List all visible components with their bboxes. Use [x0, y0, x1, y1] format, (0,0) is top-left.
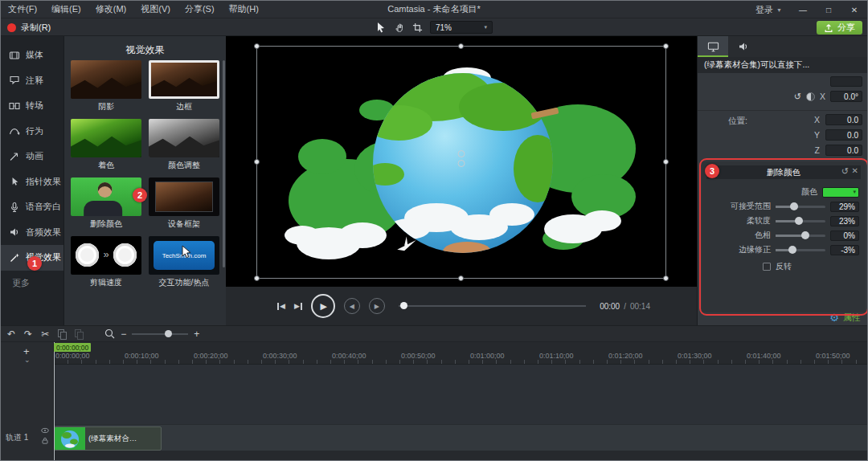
track-lanes[interactable]: (绿幕素材合…	[54, 365, 868, 461]
effect-thumb-color-adjust[interactable]	[149, 119, 219, 157]
softness-slider[interactable]	[776, 220, 825, 222]
timeline-ruler[interactable]: 0:00:00;00 0:00:10;00 0:00:20;00 0:00:30…	[1, 342, 868, 365]
undo-button[interactable]: ↶	[7, 329, 15, 339]
effect-interactive-hotspot[interactable]: TechSmith.com 交互功能/热点	[149, 236, 219, 288]
zoom-in-button[interactable]: +	[194, 329, 199, 339]
crop-tool-icon[interactable]	[412, 22, 423, 33]
defringe-value[interactable]: -3%	[830, 245, 859, 255]
paste-button[interactable]	[75, 329, 83, 339]
effect-device-frame[interactable]: 设备框架	[149, 177, 219, 230]
cursor-tool-icon[interactable]	[375, 22, 387, 33]
effect-thumb-remove-color[interactable]	[71, 177, 141, 216]
resize-handle[interactable]	[458, 43, 464, 49]
selection-bounds[interactable]	[256, 46, 666, 279]
rotation-axis-icon[interactable]	[806, 92, 815, 101]
seek-slider[interactable]	[399, 305, 586, 307]
defringe-slider[interactable]	[776, 249, 825, 251]
hue-slider[interactable]	[776, 235, 825, 237]
effect-thumb-colorize[interactable]	[71, 119, 141, 157]
rotation-handle[interactable]	[458, 160, 465, 167]
timeline-zoom-slider[interactable]	[132, 333, 188, 335]
resize-handle[interactable]	[254, 159, 260, 165]
effect-colorize[interactable]: 着色	[71, 119, 141, 171]
sidebar-item-voice-narration[interactable]: 语音旁白	[1, 194, 63, 220]
sidebar-item-animations[interactable]: 动画	[1, 144, 63, 169]
sidebar-item-cursor-effects[interactable]: 指针效果	[1, 169, 63, 195]
sidebar-item-audio-effects[interactable]: 音频效果	[1, 220, 63, 246]
tolerance-slider[interactable]	[776, 206, 825, 208]
effect-thumb-clip-speed[interactable]: »	[71, 236, 141, 275]
remove-effect-icon[interactable]: ✕	[852, 166, 858, 175]
track-visibility-icon[interactable]	[41, 427, 49, 434]
effect-thumb-shadow[interactable]	[71, 60, 141, 99]
resize-handle[interactable]	[254, 43, 260, 49]
sidebar-item-media[interactable]: 媒体	[1, 43, 63, 68]
zoom-out-button[interactable]: −	[121, 329, 126, 339]
pan-tool-icon[interactable]	[394, 22, 405, 33]
sidebar-item-behaviors[interactable]: 行为	[1, 119, 63, 145]
collapse-tracks-button[interactable]: ⌄	[24, 356, 31, 364]
menu-share[interactable]: 分享(S)	[178, 3, 222, 15]
play-button[interactable]: ▶	[311, 294, 335, 318]
effect-thumb-device-frame[interactable]	[149, 177, 219, 216]
playhead[interactable]	[54, 342, 55, 461]
resize-handle[interactable]	[458, 275, 464, 281]
signin-button[interactable]: 登录 ▼	[747, 4, 790, 16]
track-lock-icon[interactable]	[42, 437, 48, 444]
position-y-field[interactable]: 0.0	[825, 129, 862, 141]
resize-handle[interactable]	[663, 275, 669, 281]
track-1-lane[interactable]: (绿幕素材合…	[54, 424, 868, 451]
rotate-icon[interactable]: ↺	[794, 92, 801, 102]
step-forward-button[interactable]: ▶	[294, 302, 302, 310]
resize-handle[interactable]	[663, 159, 669, 165]
effect-border[interactable]: 边框	[149, 60, 219, 112]
previous-clip-button[interactable]: ◀	[344, 298, 360, 314]
redo-button[interactable]: ↷	[24, 329, 32, 339]
playhead-time-bubble[interactable]: 0:00:00;00	[54, 343, 91, 352]
effect-thumb-border[interactable]	[149, 60, 219, 99]
effect-color-adjust[interactable]: 颜色调整	[149, 119, 219, 171]
menu-view[interactable]: 视图(V)	[133, 3, 178, 15]
record-button[interactable]: 录制(R)	[7, 18, 51, 36]
menu-edit[interactable]: 编辑(E)	[44, 3, 88, 15]
sidebar-item-more[interactable]: 更多	[1, 271, 63, 296]
effect-remove-color[interactable]: 删除颜色 2	[71, 177, 141, 230]
menu-file[interactable]: 文件(F)	[1, 3, 44, 15]
tolerance-value[interactable]: 29%	[830, 202, 859, 212]
key-color-swatch[interactable]: ▾	[822, 187, 859, 198]
menu-help[interactable]: 帮助(H)	[222, 3, 266, 15]
resize-handle[interactable]	[254, 275, 260, 281]
minimize-button[interactable]: —	[790, 1, 816, 18]
sidebar-item-annotations[interactable]: 注释	[1, 68, 63, 94]
rotation-handle[interactable]	[458, 150, 465, 157]
properties-footer-button[interactable]: ⚙ 属性	[829, 312, 861, 324]
effect-clip-speed[interactable]: » 剪辑速度	[71, 236, 141, 288]
tab-audio-properties[interactable]	[728, 36, 759, 57]
hue-value[interactable]: 0%	[830, 230, 859, 241]
invert-checkbox[interactable]	[763, 263, 771, 271]
next-clip-button[interactable]: ▶	[369, 298, 385, 314]
share-button[interactable]: 分享	[817, 21, 862, 35]
softness-value[interactable]: 23%	[830, 216, 859, 226]
seek-thumb[interactable]	[400, 302, 407, 309]
resize-handle[interactable]	[663, 43, 669, 49]
rotation-y-field[interactable]	[830, 76, 862, 87]
timeline-clip[interactable]: (绿幕素材合…	[54, 426, 162, 451]
rotation-x-field[interactable]: 0.0°	[830, 91, 862, 102]
canvas[interactable]	[226, 36, 697, 287]
canvas-zoom-dropdown[interactable]: 71% ▾	[430, 21, 493, 34]
reset-icon[interactable]: ↺	[841, 166, 849, 177]
effects-scrollbar[interactable]	[223, 60, 225, 267]
close-button[interactable]: ✕	[841, 1, 867, 18]
sidebar-item-transitions[interactable]: 转场	[1, 93, 63, 119]
jump-to-start-button[interactable]: ◀	[277, 302, 285, 310]
copy-button[interactable]	[58, 329, 66, 339]
tab-visual-properties[interactable]	[698, 36, 728, 57]
effect-shadow[interactable]: 阴影	[71, 60, 141, 112]
maximize-button[interactable]: □	[816, 1, 841, 18]
position-x-field[interactable]: 0.0	[825, 114, 862, 125]
cut-button[interactable]: ✂	[41, 329, 49, 339]
menu-modify[interactable]: 修改(M)	[88, 3, 134, 15]
position-z-field[interactable]: 0.0	[825, 145, 862, 156]
zoom-slider-thumb[interactable]	[165, 330, 172, 337]
